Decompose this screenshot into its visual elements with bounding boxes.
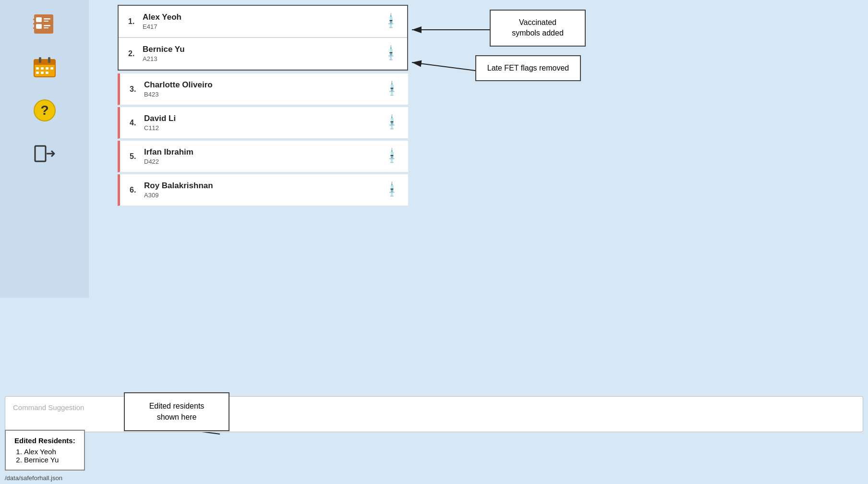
- vaccinated-annotation: Vaccinatedsymbols added: [490, 10, 586, 47]
- contacts-icon[interactable]: [30, 10, 59, 38]
- svg-rect-9: [33, 27, 36, 29]
- svg-rect-17: [50, 67, 53, 70]
- resident-name-1: Alex Yeoh: [143, 12, 385, 22]
- late-fet-annotation: Late FET flags removed: [475, 55, 581, 81]
- svg-rect-15: [41, 67, 44, 70]
- svg-rect-12: [39, 57, 41, 63]
- highlighted-rows-group: 3. Charlotte Oliveiro B423 💉 4. David Li…: [118, 73, 408, 206]
- svg-rect-14: [36, 67, 39, 70]
- calendar-icon[interactable]: [30, 53, 59, 82]
- resident-row-6[interactable]: 6. Roy Balakrishnan A309 💉: [118, 174, 408, 206]
- svg-rect-5: [44, 25, 50, 26]
- resident-id-3: B423: [144, 91, 386, 98]
- resident-number-6: 6.: [130, 186, 139, 194]
- resident-name-5: Irfan Ibrahim: [144, 147, 386, 157]
- resident-number-5: 5.: [130, 152, 139, 161]
- resident-number-4: 4.: [130, 119, 139, 127]
- svg-rect-2: [44, 18, 50, 20]
- selected-rows-group: 1. Alex Yeoh E417 💉 2. Bernice Yu A213 💉: [118, 5, 408, 71]
- logout-icon[interactable]: [30, 139, 59, 168]
- svg-rect-11: [34, 60, 55, 65]
- vaccinated-annotation-text: Vaccinatedsymbols added: [512, 18, 564, 37]
- resident-name-6: Roy Balakrishnan: [144, 181, 386, 191]
- resident-row-1[interactable]: 1. Alex Yeoh E417 💉: [119, 6, 407, 37]
- resident-number-1: 1.: [128, 17, 138, 26]
- svg-text:?: ?: [40, 103, 48, 118]
- resident-row-5[interactable]: 5. Irfan Ibrahim D422 💉: [118, 141, 408, 172]
- syringe-icon-3: 💉: [383, 80, 401, 98]
- svg-rect-1: [36, 17, 42, 22]
- resident-id-1: E417: [143, 23, 385, 30]
- resident-row-3[interactable]: 3. Charlotte Oliveiro B423 💉: [118, 73, 408, 105]
- late-fet-annotation-text: Late FET flags removed: [487, 64, 569, 72]
- syringe-icon-5: 💉: [383, 147, 401, 165]
- svg-rect-16: [46, 67, 48, 70]
- edited-resident-item-1: Alex Yeoh: [24, 448, 75, 456]
- resident-id-4: C112: [144, 124, 386, 132]
- help-icon[interactable]: ?: [30, 96, 59, 125]
- resident-list-panel: 1. Alex Yeoh E417 💉 2. Bernice Yu A213 💉…: [118, 5, 408, 206]
- syringe-icon-1: 💉: [382, 12, 400, 30]
- syringe-icon-4: 💉: [383, 114, 401, 132]
- svg-rect-4: [36, 24, 42, 29]
- resident-row-2[interactable]: 2. Bernice Yu A213 💉: [119, 37, 407, 70]
- edited-residents-title: Edited Residents:: [14, 436, 75, 445]
- resident-info-6: Roy Balakrishnan A309: [144, 181, 386, 199]
- svg-line-27: [412, 62, 475, 71]
- edited-annotation-box: Edited residentsshown here: [124, 392, 229, 431]
- footer-path: /data/safeforhall.json: [5, 474, 62, 482]
- resident-row-4[interactable]: 4. David Li C112 💉: [118, 107, 408, 139]
- sidebar: ?: [0, 0, 89, 298]
- edited-residents-panel: Edited Residents: Alex Yeoh Bernice Yu: [5, 430, 85, 471]
- resident-name-3: Charlotte Oliveiro: [144, 80, 386, 90]
- resident-id-5: D422: [144, 158, 386, 165]
- svg-rect-13: [48, 57, 50, 63]
- svg-rect-19: [41, 72, 44, 74]
- resident-info-5: Irfan Ibrahim D422: [144, 147, 386, 165]
- resident-number-2: 2.: [128, 49, 138, 58]
- svg-rect-18: [36, 72, 39, 74]
- resident-name-2: Bernice Yu: [143, 45, 385, 54]
- svg-rect-6: [44, 27, 48, 28]
- resident-number-3: 3.: [130, 85, 139, 94]
- edited-annotation-text: Edited residentsshown here: [149, 402, 205, 421]
- resident-info-1: Alex Yeoh E417: [143, 12, 385, 30]
- edited-resident-item-2: Bernice Yu: [24, 456, 75, 464]
- resident-id-2: A213: [143, 55, 385, 62]
- resident-info-3: Charlotte Oliveiro B423: [144, 80, 386, 98]
- syringe-icon-2: 💉: [382, 45, 400, 62]
- svg-rect-7: [33, 19, 36, 20]
- edited-residents-list: Alex Yeoh Bernice Yu: [14, 448, 75, 464]
- svg-rect-8: [33, 23, 36, 24]
- resident-info-2: Bernice Yu A213: [143, 45, 385, 62]
- resident-info-4: David Li C112: [144, 114, 386, 132]
- resident-id-6: A309: [144, 192, 386, 199]
- svg-rect-23: [35, 146, 46, 161]
- resident-name-4: David Li: [144, 114, 386, 123]
- svg-rect-3: [44, 21, 48, 22]
- syringe-icon-6: 💉: [383, 181, 401, 199]
- svg-rect-20: [46, 72, 48, 74]
